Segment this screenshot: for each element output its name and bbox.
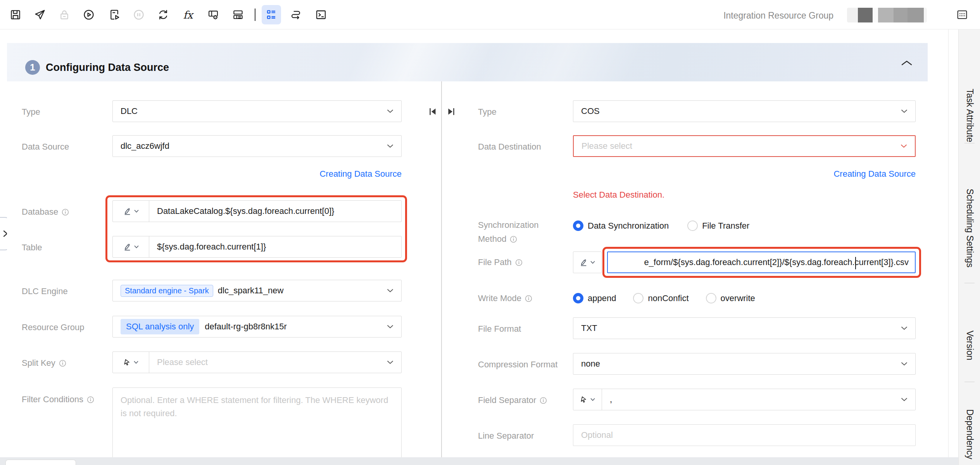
layout-rows-icon[interactable] [230,7,246,22]
chevron-down-icon [901,326,908,330]
pencil-edit-icon [580,258,588,267]
chevron-down-icon [901,398,908,401]
radio-data-synchronization[interactable]: Data Synchronization [573,220,669,231]
chevron-down-icon [387,144,393,148]
dest-writemode-label: Write Mode [478,293,532,303]
radio-nonconfict[interactable]: nonConfict [633,293,688,303]
source-database-label: Database [22,207,69,217]
source-engine-label: DLC Engine [22,286,68,296]
dest-error-message: Select Data Destination. [573,190,664,200]
resource-group-redacted-value[interactable] [847,8,927,22]
toolbar-divider [255,9,255,21]
info-icon [525,295,532,302]
dest-filepath-input[interactable]: e_form/${sys.dag.foreach.current[2]}/${s… [607,251,916,273]
radio-file-transfer[interactable]: File Transfer [687,220,749,231]
source-datasource-select[interactable]: dlc_acz6wjfd [112,135,402,157]
machine-config-icon[interactable] [205,7,221,22]
configuring-data-source-card: 1 Configuring Data Source Type DLC Data … [7,43,928,457]
chevron-down-icon [387,289,393,293]
collapse-right-panel-icon[interactable] [446,106,457,117]
source-resource-group-select[interactable]: SQL analysis only default-rg-gb8r8nk15r [112,316,402,338]
source-type-select[interactable]: DLC [112,100,402,122]
source-engine-select[interactable]: Standard engine - Spark dlc_spark11_new [112,280,402,301]
radio-append[interactable]: append [573,293,616,303]
integration-resource-group-label: Integration Resource Group [723,10,833,21]
terminal-icon[interactable] [313,7,329,22]
dest-filepath-label: File Path [478,257,523,267]
dest-type-select[interactable]: COS [573,100,916,122]
horizontal-scrollbar-thumb[interactable] [5,460,76,465]
pipeline-icon[interactable] [288,7,304,22]
source-type-label: Type [22,107,40,117]
source-table-field: ${sys.dag.foreach.current[1]} [112,236,402,258]
dest-separator-select[interactable]: , [602,389,915,410]
run-file-icon[interactable] [107,7,122,22]
form-view-icon[interactable] [262,5,281,24]
source-database-input[interactable]: DataLakeCatalog.${sys.dag.foreach.curren… [149,201,401,222]
dest-create-datasource-link[interactable]: Creating Data Source [799,169,916,179]
dest-fileformat-select[interactable]: TXT [573,317,916,339]
splitkey-select-mode-button[interactable] [113,352,149,373]
collapse-left-panel-icon[interactable] [427,106,438,117]
source-resource-group-label: Resource Group [22,322,84,332]
radio-unselected-icon [706,293,716,303]
card-header: 1 Configuring Data Source [7,43,928,81]
tab-dependency[interactable]: Dependency [959,409,980,465]
submit-send-icon[interactable] [32,7,48,22]
source-filter-label: Filter Conditions [22,394,94,405]
step-number-badge: 1 [25,60,40,75]
grid-menu-icon[interactable] [954,7,970,22]
info-icon [59,360,66,367]
cursor-pointer-icon [123,358,131,366]
radio-unselected-icon [687,220,698,231]
pause-icon [131,7,147,22]
dest-datasource-label: Data Destination [478,142,541,152]
dest-compression-select[interactable]: none [573,353,916,375]
sync-method-radio-group: Data Synchronization File Transfer [573,220,749,231]
resource-group-badge: SQL analysis only [121,319,199,334]
dest-type-label: Type [478,107,497,117]
source-splitkey-field: Please select [112,351,402,373]
card-body: Type DLC Data Source dlc_acz6wjfd Creati… [7,81,928,457]
horizontal-scrollbar [0,457,958,465]
dest-separator-field: , [573,389,916,410]
engine-type-badge: Standard engine - Spark [121,285,213,297]
source-splitkey-select[interactable]: Please select [149,352,401,373]
database-edit-mode-button[interactable] [113,201,149,222]
refresh-icon[interactable] [155,7,171,22]
panel-divider [441,81,442,457]
chevron-down-icon [901,144,907,148]
save-icon[interactable] [8,7,23,22]
dest-lineseparator-label: Line Separator [478,431,534,441]
info-icon [87,396,94,403]
info-icon [510,236,517,243]
chevron-down-icon [901,362,908,366]
integration-task-screen: fx Integration Resource Group Task Attri… [0,0,980,465]
dest-lineseparator-input[interactable]: Optional [573,424,916,446]
dest-datasource-select[interactable]: Please select [573,135,916,157]
write-mode-radio-group: append nonConfict overwrite [573,293,755,303]
radio-overwrite[interactable]: overwrite [706,293,755,303]
filepath-edit-mode-button[interactable] [573,251,602,273]
radio-selected-icon [573,220,583,231]
pencil-edit-icon [123,243,131,251]
run-icon[interactable] [81,7,97,22]
source-filter-textarea[interactable]: Optional. Enter a WHERE statement for fi… [112,388,402,457]
chevron-down-icon [590,261,595,264]
radio-selected-icon [573,293,583,303]
cursor-pointer-icon [580,396,588,403]
function-icon[interactable]: fx [180,7,196,22]
source-datasource-label: Data Source [22,142,69,152]
chevron-down-icon [134,245,139,248]
source-table-input[interactable]: ${sys.dag.foreach.current[1]} [149,236,401,257]
collapse-section-icon[interactable] [901,60,913,66]
source-create-datasource-link[interactable]: Creating Data Source [285,169,402,179]
chevron-down-icon [387,325,393,329]
separator-select-mode-button[interactable] [573,389,602,410]
table-edit-mode-button[interactable] [113,236,149,257]
text-cursor [855,257,856,269]
tab-version[interactable]: Version [959,285,980,405]
dest-fileformat-label: File Format [478,324,521,334]
chevron-down-icon [387,109,393,113]
chevron-down-icon [387,360,393,364]
